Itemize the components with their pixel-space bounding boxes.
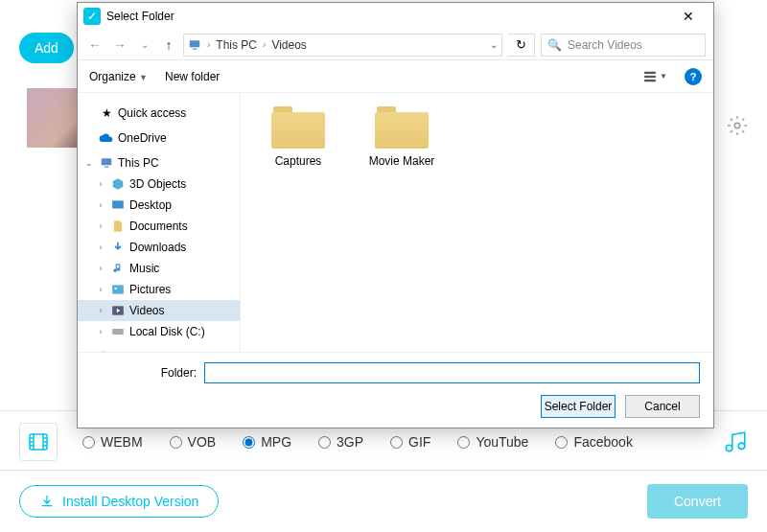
chevron-right-icon[interactable]: › <box>207 39 210 50</box>
svg-rect-16 <box>644 79 656 81</box>
titlebar: ✓ Select Folder ✕ <box>78 3 713 30</box>
history-chevron-icon[interactable]: ⌄ <box>135 39 154 50</box>
format-mpg[interactable]: MPG <box>243 434 291 450</box>
convert-button[interactable]: Convert <box>647 484 748 519</box>
back-icon[interactable]: ← <box>85 37 105 53</box>
breadcrumb-videos[interactable]: Videos <box>271 38 306 52</box>
svg-rect-19 <box>112 200 124 208</box>
select-folder-button[interactable]: Select Folder <box>541 395 616 418</box>
navigation-bar: ← → ⌄ ↑ › This PC › Videos ⌄ ↻ 🔍 Search … <box>78 30 713 60</box>
tree-videos[interactable]: ›Videos <box>78 300 240 321</box>
organize-menu[interactable]: Organize ▼ <box>89 70 148 83</box>
tree-local-disk[interactable]: ›Local Disk (C:) <box>78 321 240 342</box>
svg-rect-23 <box>112 329 124 335</box>
help-icon[interactable]: ? <box>685 68 702 85</box>
tree-3d-objects[interactable]: ›3D Objects <box>78 173 240 195</box>
download-icon <box>110 241 126 254</box>
cancel-button[interactable]: Cancel <box>625 395 700 418</box>
tree-pictures[interactable]: ›Pictures <box>78 279 240 300</box>
format-youtube[interactable]: YouTube <box>457 434 528 450</box>
tree-documents[interactable]: ›Documents <box>78 216 240 237</box>
settings-icon[interactable] <box>727 115 748 136</box>
svg-rect-20 <box>112 285 124 293</box>
folder-captures[interactable]: Captures <box>260 106 337 168</box>
folder-content[interactable]: Captures Movie Maker <box>241 93 713 352</box>
tree-quick-access[interactable]: ★Quick access <box>78 103 240 124</box>
svg-point-0 <box>734 123 740 128</box>
tree-music[interactable]: ›Music <box>78 258 240 279</box>
chevron-right-icon[interactable]: › <box>263 39 266 50</box>
film-icon[interactable] <box>19 423 58 461</box>
chevron-down-icon: ▼ <box>139 73 148 82</box>
svg-rect-17 <box>102 158 112 165</box>
app-icon: ✓ <box>83 8 101 25</box>
folder-tree: ★Quick access OneDrive ⌄This PC ›3D Obje… <box>78 93 241 352</box>
svg-point-10 <box>726 445 732 451</box>
folder-field-label: Folder: <box>91 366 197 380</box>
svg-rect-12 <box>190 40 200 47</box>
forward-icon: → <box>110 37 129 53</box>
music-icon <box>110 262 126 275</box>
folder-icon <box>271 106 325 149</box>
search-input[interactable]: 🔍 Search Videos <box>541 34 706 57</box>
format-webm[interactable]: WEBM <box>82 434 143 450</box>
select-folder-dialog: ✓ Select Folder ✕ ← → ⌄ ↑ › This PC › Vi… <box>77 2 714 428</box>
svg-rect-15 <box>644 75 656 77</box>
svg-rect-18 <box>105 167 109 168</box>
svg-point-11 <box>738 443 745 450</box>
add-button[interactable]: Add <box>19 33 74 63</box>
tree-downloads[interactable]: ›Downloads <box>78 237 240 258</box>
address-dropdown-icon[interactable]: ⌄ <box>490 39 498 50</box>
tree-this-pc[interactable]: ⌄This PC <box>78 152 240 173</box>
folder-icon <box>375 106 429 149</box>
dialog-footer: Folder: Select Folder Cancel <box>78 352 713 428</box>
folder-movie-maker[interactable]: Movie Maker <box>363 106 440 168</box>
star-icon: ★ <box>99 106 114 120</box>
new-folder-button[interactable]: New folder <box>165 70 220 83</box>
view-options-icon[interactable]: ▼ <box>642 70 667 83</box>
disk-icon <box>110 326 126 337</box>
install-desktop-button[interactable]: Install Desktop Version <box>19 485 219 518</box>
desktop-icon <box>110 199 126 211</box>
format-gif[interactable]: GIF <box>390 434 430 450</box>
document-icon <box>110 220 126 233</box>
video-icon <box>110 305 126 316</box>
tree-desktop[interactable]: ›Desktop <box>78 195 240 216</box>
format-3gp[interactable]: 3GP <box>318 434 363 450</box>
format-facebook[interactable]: Facebook <box>555 434 632 450</box>
dialog-title: Select Folder <box>106 10 174 23</box>
folder-name-input[interactable] <box>204 362 700 383</box>
tree-onedrive[interactable]: OneDrive <box>78 127 240 149</box>
cube-icon <box>110 177 126 191</box>
footer-bar: Install Desktop Version Convert <box>0 470 767 532</box>
picture-icon <box>110 284 126 295</box>
cloud-icon <box>99 132 114 144</box>
pc-icon <box>99 156 114 170</box>
format-vob[interactable]: VOB <box>170 434 217 450</box>
toolbar: Organize ▼ New folder ▼ ? <box>78 60 713 93</box>
svg-rect-14 <box>644 71 656 73</box>
refresh-icon[interactable]: ↻ <box>508 34 535 57</box>
breadcrumb-thispc[interactable]: This PC <box>216 38 257 52</box>
svg-point-21 <box>115 288 117 289</box>
close-icon[interactable]: ✕ <box>669 9 708 24</box>
address-bar[interactable]: › This PC › Videos ⌄ <box>183 34 502 57</box>
pc-icon <box>188 38 201 52</box>
collapse-icon[interactable]: ⌄ <box>83 158 95 168</box>
search-icon: 🔍 <box>547 38 562 52</box>
music-icon[interactable] <box>723 429 748 454</box>
svg-rect-13 <box>193 48 198 49</box>
up-icon[interactable]: ↑ <box>160 37 177 53</box>
